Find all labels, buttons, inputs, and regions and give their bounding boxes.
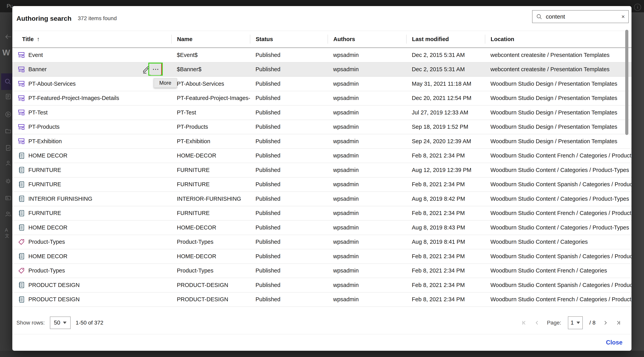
row-location: Woodburn Studio Design / Presentation Te… <box>485 124 632 130</box>
table-row[interactable]: FURNITURE FURNITURE Published wpsadmin F… <box>12 178 632 192</box>
tag-icon <box>18 268 25 274</box>
column-header-authors[interactable]: Authors <box>328 34 406 44</box>
page-select[interactable]: 1 <box>568 316 583 329</box>
table-row[interactable]: PT-Products PT-Products Published wpsadm… <box>12 120 632 134</box>
row-status: Published <box>250 109 328 116</box>
gear-icon[interactable] <box>5 178 12 184</box>
row-title: PT-Products <box>28 124 60 130</box>
table-row[interactable]: PT-Featured-Project-Images-Details PT-Fe… <box>12 91 632 106</box>
row-status: Published <box>250 80 328 87</box>
table-row[interactable]: PT-Exhibition PT-Exhibition Published wp… <box>12 134 632 149</box>
row-location: Woodburn Studio Content / Categories / P… <box>485 196 632 202</box>
users-icon[interactable] <box>5 211 12 217</box>
pagination-footer: Show rows: 50 1-50 of 372 Page: 1 / 8 <box>12 311 632 334</box>
row-name: PT-About-Services <box>171 80 250 87</box>
row-location: Woodburn Studio Design / Presentation Te… <box>485 80 632 87</box>
catalog-icon <box>18 253 25 260</box>
user-icon[interactable] <box>5 160 12 166</box>
row-modified: Feb 8, 2021 2:34 PM <box>406 210 485 216</box>
info-icon[interactable]: i <box>634 4 641 11</box>
highlight-red-edge <box>161 64 162 75</box>
row-name: PT-Products <box>171 124 250 130</box>
catalog-icon <box>18 282 25 288</box>
clipboard-icon[interactable] <box>5 93 12 100</box>
back-arrow-icon[interactable] <box>5 34 12 40</box>
more-tooltip: More <box>154 78 177 88</box>
column-header-last-modified[interactable]: Last modified <box>406 34 485 44</box>
sidebar-item-search-active[interactable] <box>1 73 12 90</box>
row-name: FURNITURE <box>171 181 250 188</box>
column-header-title[interactable]: Title ↑ <box>12 34 171 44</box>
table-row[interactable]: Event $Event$ Published wpsadmin Dec 2, … <box>12 48 632 62</box>
row-authors: wpsadmin <box>328 253 406 260</box>
previous-page-button[interactable] <box>534 320 540 326</box>
row-modified: Dec 20, 2021 12:54 PM <box>406 95 485 101</box>
table-row[interactable]: PT-About-Services PT-About-Services Publ… <box>12 77 632 91</box>
row-location: webcontent createsite / Presentation Tem… <box>485 66 632 72</box>
row-title: Product-Types <box>28 239 65 245</box>
row-status: Published <box>250 181 328 188</box>
page-label: Page: <box>547 320 561 326</box>
catalog-icon <box>18 181 25 188</box>
translate-icon[interactable]: A文 <box>5 228 12 234</box>
table-row[interactable]: FURNITURE FURNITURE Published wpsadmin F… <box>12 206 632 221</box>
row-status: Published <box>250 282 328 288</box>
row-status: Published <box>250 210 328 216</box>
first-page-button[interactable] <box>520 320 527 326</box>
row-modified: Aug 8, 2019 8:41 PM <box>406 239 485 245</box>
table-row[interactable]: FURNITURE FURNITURE Published wpsadmin A… <box>12 163 632 178</box>
table-row[interactable]: Banner More $Banner$ Published wpsadmin … <box>12 62 632 77</box>
row-modified: Feb 8, 2021 2:34 PM <box>406 181 485 188</box>
search-input[interactable] <box>546 13 618 20</box>
table-row[interactable]: Product-Types Product-Types Published wp… <box>12 264 632 278</box>
items-found-count: 372 items found <box>78 15 116 22</box>
rows-range: 1-50 of 372 <box>76 320 104 326</box>
row-title: HOME DECOR <box>28 253 68 260</box>
more-button[interactable] <box>150 64 161 75</box>
table-row[interactable]: HOME DECOR HOME-DECOR Published wpsadmin… <box>12 220 632 235</box>
clear-search-icon[interactable]: × <box>621 14 625 20</box>
catalog-icon <box>18 210 25 216</box>
table-row[interactable]: HOME DECOR HOME-DECOR Published wpsadmin… <box>12 149 632 163</box>
row-name: HOME-DECOR <box>171 253 250 260</box>
row-location: Woodburn Studio Design / Presentation Te… <box>485 138 632 144</box>
folder-icon[interactable] <box>5 128 12 134</box>
play-circle-icon[interactable] <box>5 111 12 118</box>
row-status: Published <box>250 152 328 159</box>
table-row[interactable]: Product-Types Product-Types Published wp… <box>12 235 632 250</box>
column-header-name[interactable]: Name <box>171 34 250 44</box>
row-name: PRODUCT-DESIGN <box>171 296 250 302</box>
row-location: Woodburn Studio Design / Presentation Te… <box>485 95 632 101</box>
bottom-strip <box>0 351 644 357</box>
next-page-button[interactable] <box>602 320 609 326</box>
row-authors: wpsadmin <box>328 66 406 72</box>
row-modified: Feb 8, 2021 2:34 PM <box>406 253 485 260</box>
table-row[interactable]: PRODUCT DESIGN PRODUCT-DESIGN Published … <box>12 292 632 307</box>
left-sidebar: W A文 ❯ <box>0 12 12 351</box>
table-row[interactable]: INTERIOR FURNISHING INTERIOR-FURNISHING … <box>12 192 632 206</box>
row-authors: wpsadmin <box>328 138 406 144</box>
row-name: HOME-DECOR <box>171 224 250 231</box>
table-row[interactable]: PRODUCT DESIGN PRODUCT-DESIGN Published … <box>12 278 632 292</box>
scrollbar-thumb[interactable] <box>625 30 628 135</box>
row-location: webcontent createsite / Presentation Tem… <box>485 52 632 58</box>
column-header-status[interactable]: Status <box>250 34 328 44</box>
row-name: Product-Types <box>171 239 250 245</box>
close-button[interactable]: Close <box>606 339 622 346</box>
row-authors: wpsadmin <box>328 167 406 173</box>
row-status: Published <box>250 253 328 260</box>
table-row[interactable]: PT-Test PT-Test Published wpsadmin Jul 2… <box>12 106 632 120</box>
card-icon[interactable] <box>5 195 12 201</box>
row-authors: wpsadmin <box>328 296 406 302</box>
row-modified: Aug 8, 2019 8:43 PM <box>406 224 485 231</box>
row-modified: Feb 8, 2021 2:34 PM <box>406 282 485 288</box>
rows-per-page-select[interactable]: 50 <box>50 316 70 329</box>
last-page-button[interactable] <box>616 320 622 326</box>
file-check-icon[interactable] <box>5 144 12 151</box>
top-bar-partial-text: Pu <box>7 3 12 9</box>
table-row[interactable]: HOME DECOR HOME-DECOR Published wpsadmin… <box>12 249 632 264</box>
row-status: Published <box>250 296 328 302</box>
column-header-location[interactable]: Location <box>485 34 632 44</box>
catalog-icon <box>18 196 25 202</box>
row-location: Woodburn Studio Content Spanish / Catego… <box>485 282 632 288</box>
